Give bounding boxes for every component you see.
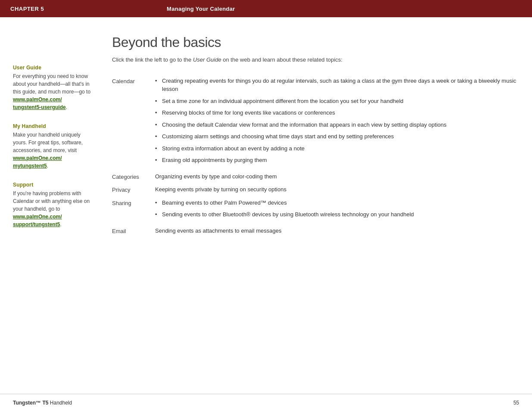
sharing-bullet-1: Beaming events to other Palm Powered™ de… [155,199,519,207]
sidebar-section-my-handheld: My Handheld Make your handheld uniquely … [13,123,95,170]
calendar-bullet-4: Choosing the default Calendar view forma… [155,121,519,129]
sidebar-support-title: Support [13,182,95,188]
topic-label-privacy: Privacy [112,183,155,196]
sidebar-support-text: If you're having problems with Calendar … [13,190,95,228]
sidebar-my-handheld-text: Make your handheld uniquely yours. For g… [13,131,95,170]
sidebar-section-user-guide: User Guide For everything you need to kn… [13,65,95,111]
footer-brand: Tungsten™ T5 Handheld [13,400,72,406]
topic-row-calendar: Calendar Creating repeating events for t… [112,75,519,170]
topic-items-privacy: Keeping events private by turning on sec… [155,183,519,196]
topic-row-privacy: Privacy Keeping events private by turnin… [112,183,519,196]
sharing-bullet-2: Sending events to other Bluetooth® devic… [155,210,519,219]
support-link[interactable]: www.palmOne.com/support/tungstent5 [13,214,62,227]
sidebar: User Guide For everything you need to kn… [13,34,103,240]
page-heading: Beyond the basics [112,34,519,50]
sharing-bullets: Beaming events to other Palm Powered™ de… [155,199,519,219]
topic-row-sharing: Sharing Beaming events to other Palm Pow… [112,196,519,224]
sidebar-user-guide-text: For everything you need to know about yo… [13,72,95,111]
page-footer: Tungsten™ T5 Handheld 55 [0,394,532,411]
calendar-bullet-1: Creating repeating events for things you… [155,77,519,93]
calendar-bullet-6: Storing extra information about an event… [155,144,519,153]
sidebar-user-guide-title: User Guide [13,65,95,71]
topic-items-calendar: Creating repeating events for things you… [155,75,519,170]
topic-row-email: Email Sending events as attachments to e… [112,224,519,238]
chapter-title: Managing Your Calendar [156,6,246,12]
calendar-bullet-2: Set a time zone for an individual appoin… [155,97,519,106]
my-handheld-link[interactable]: www.palmOne.com/mytungstent5 [13,155,62,169]
footer-page-number: 55 [513,400,519,406]
topic-items-sharing: Beaming events to other Palm Powered™ de… [155,196,519,224]
chapter-label: CHAPTER 5 [0,6,156,12]
topic-items-categories: Organizing events by type and color-codi… [155,170,519,184]
calendar-bullet-7: Erasing old appointments by purging them [155,156,519,165]
topic-label-sharing: Sharing [112,196,155,224]
intro-text: Click the link the left to go to the Use… [112,56,519,64]
categories-text: Organizing events by type and color-codi… [155,173,277,180]
content-area: Beyond the basics Click the link the lef… [103,34,519,240]
main-content: User Guide For everything you need to kn… [0,17,532,258]
topic-label-calendar: Calendar [112,75,155,170]
sidebar-section-support: Support If you're having problems with C… [13,182,95,228]
sidebar-my-handheld-title: My Handheld [13,123,95,129]
privacy-text: Keeping events private by turning on sec… [155,186,286,193]
topics-table: Calendar Creating repeating events for t… [112,75,519,238]
calendar-bullet-3: Reserving blocks of time for long events… [155,109,519,117]
topic-label-email: Email [112,224,155,238]
user-guide-link[interactable]: www.palmOne.com/tungstent5-userguide [13,97,66,110]
calendar-bullets: Creating repeating events for things you… [155,77,519,165]
topic-row-categories: Categories Organizing events by type and… [112,170,519,184]
header-bar: CHAPTER 5 Managing Your Calendar [0,0,532,17]
calendar-bullet-5: Customizing alarm settings and choosing … [155,132,519,141]
topic-items-email: Sending events as attachments to email m… [155,224,519,238]
topic-label-categories: Categories [112,170,155,184]
email-text: Sending events as attachments to email m… [155,227,281,234]
